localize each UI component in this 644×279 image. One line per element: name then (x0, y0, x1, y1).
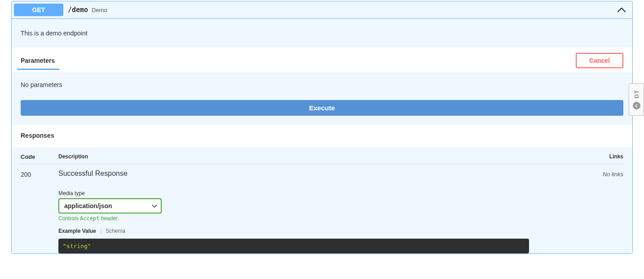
media-type-select[interactable]: application/json (58, 198, 162, 214)
model-tabs: Example Value | Schema (58, 228, 587, 234)
execute-wrapper: Execute (12, 97, 632, 125)
operation-summary-row[interactable]: GET /demo Demo (12, 1, 632, 19)
operation-path: /demo (68, 6, 88, 14)
response-description: Successful Response (58, 170, 587, 178)
column-code: Code (21, 153, 58, 160)
media-type-label: Media type (58, 190, 587, 196)
responses-title: Responses (21, 132, 54, 139)
responses-table-header: Code Description Links (21, 153, 623, 164)
sidebar-widget[interactable]: DT (629, 83, 644, 116)
sidebar-widget-label: DT (633, 90, 640, 98)
response-code: 200 (21, 170, 58, 253)
cancel-button[interactable]: Cancel (576, 53, 623, 68)
tab-example-value[interactable]: Example Value (58, 228, 96, 234)
response-row: 200 Successful Response Media type appli… (21, 164, 623, 253)
responses-body: Code Description Links 200 Successful Re… (12, 147, 632, 253)
no-parameters-text: No parameters (12, 73, 632, 97)
accept-header-note: Controls Accept header. (58, 215, 587, 222)
operation-block: GET /demo Demo This is a demo endpoint P… (11, 1, 633, 254)
media-type-select-wrapper: application/json (58, 198, 162, 214)
tab-underline (17, 69, 59, 70)
operation-summary: Demo (92, 7, 107, 13)
column-links: Links (587, 153, 623, 160)
example-code-block: "string" (58, 239, 529, 253)
response-links: No links (587, 170, 623, 253)
column-description: Description (58, 153, 587, 160)
arrow-left-icon (633, 102, 640, 109)
chevron-up-icon (618, 7, 626, 13)
tab-divider: | (100, 228, 101, 234)
tab-schema[interactable]: Schema (106, 228, 125, 234)
execute-button[interactable]: Execute (21, 100, 623, 116)
parameters-header: Parameters Cancel (12, 48, 632, 73)
parameters-title: Parameters (21, 57, 55, 69)
http-method-badge: GET (14, 4, 63, 16)
responses-header: Responses (12, 125, 632, 147)
operation-description: This is a demo endpoint (12, 19, 632, 48)
